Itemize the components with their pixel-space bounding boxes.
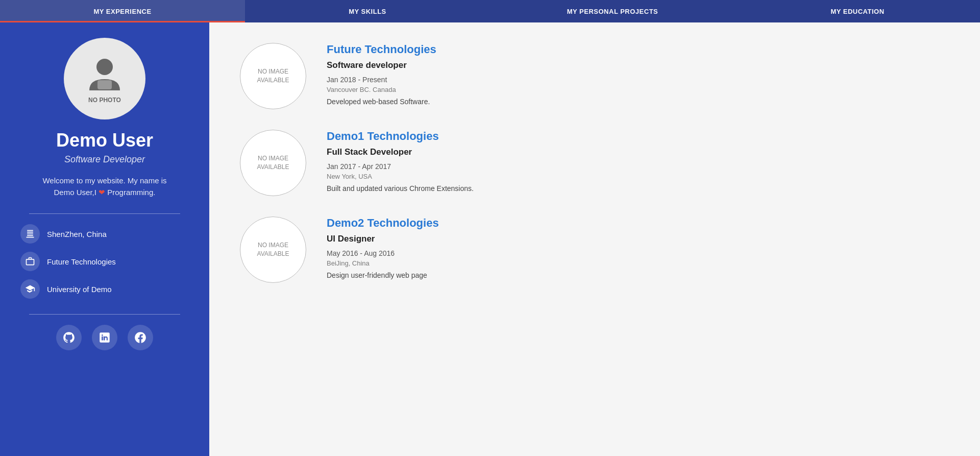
experience-details-1: Future Technologies Software developer J… xyxy=(327,43,436,106)
location-icon-circle xyxy=(20,224,40,244)
company-logo-2: NO IMAGEAVAILABLE xyxy=(240,130,306,196)
company-name-1: Future Technologies xyxy=(327,43,436,56)
main-layout: NO PHOTO Demo User Software Developer We… xyxy=(0,22,980,456)
job-location-2: New York, USA xyxy=(327,173,474,180)
social-links xyxy=(56,325,153,350)
company-logo-3: NO IMAGEAVAILABLE xyxy=(240,217,306,283)
company-text: Future Technologies xyxy=(47,257,116,266)
job-description-2: Built and updated various Chrome Extensi… xyxy=(327,184,474,193)
job-dates-3: May 2016 - Aug 2016 xyxy=(327,249,439,257)
job-title-3: UI Designer xyxy=(327,234,439,244)
facebook-link[interactable] xyxy=(128,325,153,350)
linkedin-icon xyxy=(98,331,111,344)
user-bio: Welcome to my website. My name is Demo U… xyxy=(37,175,172,198)
experience-item-1: NO IMAGEAVAILABLE Future Technologies So… xyxy=(240,43,949,109)
university-icon-circle xyxy=(20,279,40,299)
location-info: ShenZhen, China xyxy=(20,224,189,244)
company-info: Future Technologies xyxy=(20,252,189,271)
experience-item-3: NO IMAGEAVAILABLE Demo2 Technologies UI … xyxy=(240,217,949,283)
university-text: University of Demo xyxy=(47,285,112,294)
svg-rect-1 xyxy=(97,80,112,89)
building-icon xyxy=(25,229,35,239)
nav-my-experience[interactable]: MY EXPERIENCE xyxy=(0,0,245,22)
job-dates-2: Jan 2017 - Apr 2017 xyxy=(327,162,474,171)
info-list: ShenZhen, China Future Technologies Univ… xyxy=(10,224,199,299)
company-name-3: Demo2 Technologies xyxy=(327,217,439,230)
linkedin-link[interactable] xyxy=(92,325,117,350)
avatar-container: NO PHOTO xyxy=(64,38,145,119)
company-name-2: Demo1 Technologies xyxy=(327,130,474,143)
job-location-1: Vancouver BC. Canada xyxy=(327,86,436,93)
graduation-icon xyxy=(25,284,35,294)
briefcase-icon xyxy=(25,256,35,267)
user-name: Demo User xyxy=(56,130,153,151)
nav-my-education[interactable]: MY EDUCATION xyxy=(735,0,980,22)
avatar-icon xyxy=(84,54,125,94)
job-description-1: Developed web-based Software. xyxy=(327,98,436,106)
job-location-3: BeiJing, China xyxy=(327,259,439,267)
heart-icon: ❤ xyxy=(99,188,105,197)
location-text: ShenZhen, China xyxy=(47,230,107,238)
user-title: Software Developer xyxy=(64,154,145,165)
svg-point-0 xyxy=(96,59,113,75)
job-title-1: Software developer xyxy=(327,60,436,70)
nav-my-personal-projects[interactable]: MY PERSONAL PROJECTS xyxy=(490,0,735,22)
experience-details-3: Demo2 Technologies UI Designer May 2016 … xyxy=(327,217,439,279)
experience-list: NO IMAGEAVAILABLE Future Technologies So… xyxy=(240,43,949,283)
company-icon-circle xyxy=(20,252,40,271)
experience-details-2: Demo1 Technologies Full Stack Developer … xyxy=(327,130,474,193)
job-title-2: Full Stack Developer xyxy=(327,147,474,157)
no-photo-label: NO PHOTO xyxy=(88,97,121,104)
top-navigation: MY EXPERIENCE MY SKILLS MY PERSONAL PROJ… xyxy=(0,0,980,22)
university-info: University of Demo xyxy=(20,279,189,299)
job-description-3: Design user-fridendly web page xyxy=(327,271,439,279)
experience-item-2: NO IMAGEAVAILABLE Demo1 Technologies Ful… xyxy=(240,130,949,196)
nav-my-skills[interactable]: MY SKILLS xyxy=(245,0,490,22)
sidebar: NO PHOTO Demo User Software Developer We… xyxy=(0,22,209,456)
company-logo-1: NO IMAGEAVAILABLE xyxy=(240,43,306,109)
github-link[interactable] xyxy=(56,325,82,350)
divider-2 xyxy=(29,314,180,315)
facebook-icon xyxy=(134,331,147,344)
job-dates-1: Jan 2018 - Present xyxy=(327,76,436,84)
divider-1 xyxy=(29,213,180,214)
main-content: NO IMAGEAVAILABLE Future Technologies So… xyxy=(209,22,980,456)
github-icon xyxy=(62,331,76,344)
